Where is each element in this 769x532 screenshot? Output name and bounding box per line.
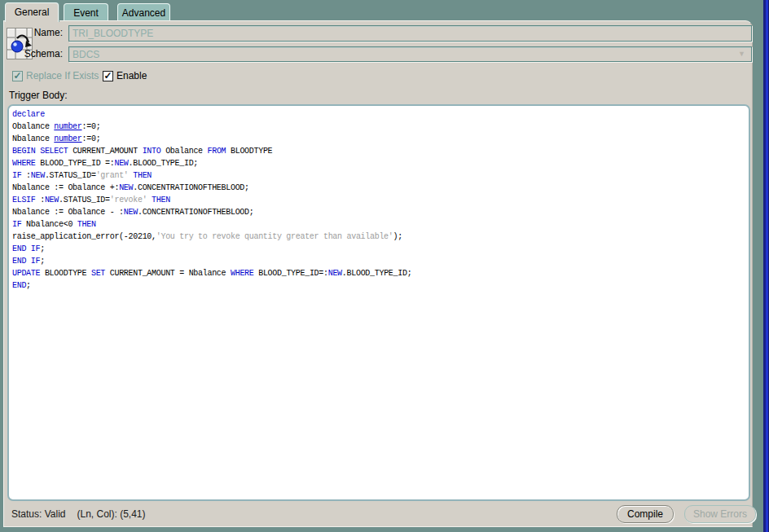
name-field[interactable] [68, 25, 752, 42]
tab-event[interactable]: Event [64, 3, 108, 21]
enable-checkbox[interactable]: ✓ Enable [103, 70, 147, 81]
window-edge [763, 0, 769, 532]
code-line: ELSIF :NEW.STATUS_ID='revoke' THEN [12, 194, 747, 206]
name-label: Name: [4, 27, 63, 38]
checkbox-box[interactable]: ✓ [103, 71, 113, 81]
status-value: Status: Valid [11, 508, 65, 520]
checkmark-icon: ✓ [103, 71, 112, 81]
show-errors-button[interactable]: Show Errors [684, 505, 756, 523]
code-line: IF :NEW.STATUS_ID='grant' THEN [12, 169, 747, 182]
code-line: Obalance number:=0; [12, 121, 747, 133]
code-content: declareObalance number:=0;Nbalance numbe… [12, 108, 747, 292]
general-tab-panel: Name: Schema: ▼ ✓ Replace If Exists ✓ En… [3, 20, 753, 527]
schema-label: Schema: [4, 48, 63, 59]
code-line: Nbalance := Obalance +:NEW.CONCENTRATION… [12, 182, 747, 194]
trigger-body-label: Trigger Body: [9, 90, 68, 101]
code-line: Nbalance := Obalance - :NEW.CONCENTRATIO… [12, 206, 747, 218]
code-line: UPDATE BLOODTYPE SET CURRENT_AMOUNT = Nb… [12, 267, 747, 279]
tab-general[interactable]: General [5, 2, 59, 22]
checkbox-box[interactable]: ✓ [12, 71, 23, 81]
code-line: raise_application_error(-20210,'You try … [12, 231, 747, 243]
dropdown-arrow-icon: ▼ [738, 50, 745, 58]
enable-label: Enable [116, 70, 147, 81]
status-bar: Status: Valid(Ln, Col): (5,41) [11, 508, 146, 520]
code-line: END IF; [12, 255, 747, 267]
trigger-body-editor[interactable]: declareObalance number:=0;Nbalance numbe… [7, 104, 750, 501]
replace-if-exists-label: Replace If Exists [26, 70, 99, 81]
compile-button[interactable]: Compile [617, 505, 674, 523]
code-line: WHERE BLOOD_TYPE_ID =:NEW.BLOOD_TYPE_ID; [12, 157, 747, 169]
cursor-position: (Ln, Col): (5,41) [77, 508, 145, 520]
code-line: IF Nbalance<0 THEN [12, 218, 747, 231]
tab-advanced[interactable]: Advanced [117, 3, 170, 21]
code-line: END IF; [12, 243, 747, 255]
code-line: END; [12, 279, 747, 292]
code-line: declare [12, 108, 747, 121]
code-line: Nbalance number:=0; [12, 133, 747, 145]
schema-combobox[interactable] [68, 46, 752, 62]
checkmark-icon: ✓ [13, 71, 21, 81]
replace-if-exists-checkbox[interactable]: ✓ Replace If Exists [12, 70, 99, 81]
code-line: BEGIN SELECT CURRENT_AMOUNT INTO Obalanc… [12, 145, 747, 157]
